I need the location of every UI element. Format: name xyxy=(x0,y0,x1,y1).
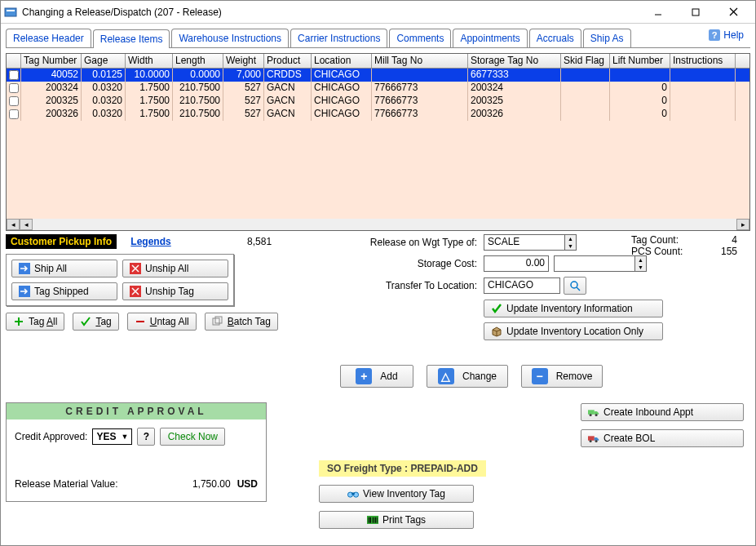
check-icon xyxy=(80,316,91,327)
minimize-button[interactable] xyxy=(639,1,677,24)
table-row[interactable]: 400520.012510.00000.00007,000CRDDSCHICAG… xyxy=(7,69,749,82)
tab-ship-as[interactable]: Ship As xyxy=(583,29,631,47)
col-width[interactable]: Width xyxy=(126,54,173,68)
credit-approved-select[interactable]: YES ▼ xyxy=(92,428,132,445)
unship-icon xyxy=(130,263,141,274)
transfer-row: Transfer To Location: CHICAGO xyxy=(345,277,750,295)
svg-rect-3 xyxy=(692,9,699,16)
row-checkbox[interactable] xyxy=(7,69,21,82)
row-checkbox[interactable] xyxy=(7,95,21,108)
unship-all-button[interactable]: Unship All xyxy=(122,260,228,277)
right-lower-buttons: Create Inbound Appt Create BOL xyxy=(581,403,744,447)
check-now-button[interactable]: Check Now xyxy=(160,428,225,446)
tab-appointments[interactable]: Appointments xyxy=(453,29,527,47)
col-location[interactable]: Location xyxy=(312,54,372,68)
cell-weight: 527 xyxy=(223,82,264,95)
row-checkbox[interactable] xyxy=(7,108,21,121)
credit-help-button[interactable]: ? xyxy=(137,428,155,446)
items-grid[interactable]: Tag Number Gage Width Length Weight Prod… xyxy=(6,53,750,231)
grid-header: Tag Number Gage Width Length Weight Prod… xyxy=(7,54,749,69)
col-weight[interactable]: Weight xyxy=(223,54,264,68)
help-link[interactable]: ? Help xyxy=(709,29,744,41)
tag-button[interactable]: Tag xyxy=(73,313,118,331)
col-tag-number[interactable]: Tag Number xyxy=(21,54,82,68)
button-label: ? xyxy=(144,431,149,442)
credit-approval-panel: CREDIT APPROVAL Credit Approved: YES ▼ ?… xyxy=(6,402,267,502)
scroll-right-button[interactable]: ▸ xyxy=(736,219,749,230)
button-label: Create BOL xyxy=(603,433,655,444)
tab-comments[interactable]: Comments xyxy=(389,29,451,47)
tab-release-items[interactable]: Release Items xyxy=(93,29,170,48)
pcs-count-label: PCS Count: xyxy=(631,246,683,257)
transfer-lookup-button[interactable] xyxy=(564,277,586,295)
table-row[interactable]: 2003240.03201.7500210.7500527GACNCHICAGO… xyxy=(7,82,749,95)
view-inventory-tag-button[interactable]: View Inventory Tag xyxy=(319,485,474,503)
scroll-left-button-2[interactable]: ◂ xyxy=(20,219,33,230)
col-storage-tag[interactable]: Storage Tag No xyxy=(468,54,561,68)
close-button[interactable] xyxy=(714,1,752,24)
create-bol-button[interactable]: Create BOL xyxy=(581,429,744,447)
col-skid-flag[interactable]: Skid Flag xyxy=(561,54,610,68)
button-label: Tag xyxy=(95,316,111,327)
batch-tag-button[interactable]: Batch Tag xyxy=(205,313,278,331)
col-mill-tag[interactable]: Mill Tag No xyxy=(372,54,468,68)
cell-gage: 0.0320 xyxy=(82,95,126,108)
ship-all-button[interactable]: Ship All xyxy=(11,260,117,277)
input-value: CHICAGO xyxy=(488,279,533,291)
tab-warehouse-instructions[interactable]: Warehouse Instructions xyxy=(171,29,289,47)
col-checkbox[interactable] xyxy=(7,54,21,68)
tab-accruals[interactable]: Accruals xyxy=(529,29,581,47)
remove-button[interactable]: − Remove xyxy=(521,365,603,388)
credit-header: CREDIT APPROVAL xyxy=(7,403,266,419)
change-button[interactable]: △ Change xyxy=(427,365,508,388)
tag-all-button[interactable]: Tag All xyxy=(6,313,64,331)
tab-release-header[interactable]: Release Header xyxy=(6,29,91,47)
svg-point-21 xyxy=(595,440,598,442)
wgt-type-input[interactable]: SCALE xyxy=(484,234,565,251)
tab-carrier-instructions[interactable]: Carrier Instructions xyxy=(290,29,387,47)
scroll-track[interactable] xyxy=(33,219,736,230)
grid-scrollbar[interactable]: ◂ ◂ ▸ xyxy=(7,219,749,230)
table-row[interactable]: 2003260.03201.7500210.7500527GACNCHICAGO… xyxy=(7,108,749,121)
col-length[interactable]: Length xyxy=(173,54,223,68)
untag-all-button[interactable]: Untag All xyxy=(127,313,197,331)
svg-text:?: ? xyxy=(712,30,718,40)
storage-cost-input[interactable]: 0.00 xyxy=(484,255,549,272)
tab-label: Accruals xyxy=(537,33,574,44)
cell-mill xyxy=(372,69,468,82)
cell-skid xyxy=(561,82,610,95)
create-inbound-appt-button[interactable]: Create Inbound Appt xyxy=(581,403,744,421)
add-button[interactable]: + Add xyxy=(340,365,413,388)
row-checkbox[interactable] xyxy=(7,82,21,95)
cell-lift: 0 xyxy=(610,108,670,121)
tag-shipped-button[interactable]: Tag Shipped xyxy=(11,282,117,300)
storage-cost-input-2[interactable] xyxy=(554,255,635,272)
wgt-type-spinner[interactable]: ▲▼ xyxy=(565,234,577,251)
cell-width: 1.7500 xyxy=(126,82,173,95)
print-tags-button[interactable]: Print Tags xyxy=(319,511,474,529)
release-material-currency: USD xyxy=(237,478,258,490)
transfer-input[interactable]: CHICAGO xyxy=(484,277,560,294)
col-lift-number[interactable]: Lift Number xyxy=(610,54,670,68)
update-inventory-button[interactable]: Update Inventory Information xyxy=(484,300,663,317)
ship-icon xyxy=(19,286,30,297)
cell-lift xyxy=(610,69,670,82)
col-instructions[interactable]: Instructions xyxy=(670,54,736,68)
cell-mill: 77666773 xyxy=(372,95,468,108)
maximize-button[interactable] xyxy=(677,1,714,24)
minus-icon xyxy=(135,316,146,327)
customer-pickup-info-badge[interactable]: Customer Pickup Info xyxy=(6,234,117,249)
batch-icon xyxy=(212,316,223,327)
tab-label: Release Header xyxy=(13,33,84,44)
cell-product: CRDDS xyxy=(264,69,312,82)
storage-cost-spinner[interactable]: ▲▼ xyxy=(635,255,647,272)
update-location-button[interactable]: Update Inventory Location Only xyxy=(484,322,663,340)
table-row[interactable]: 2003250.03201.7500210.7500527GACNCHICAGO… xyxy=(7,95,749,108)
input-value: SCALE xyxy=(488,236,519,247)
left-column: Customer Pickup Info Legends 8,581 Ship … xyxy=(6,234,340,340)
scroll-left-button[interactable]: ◂ xyxy=(7,219,20,230)
col-product[interactable]: Product xyxy=(264,54,312,68)
legends-link[interactable]: Legends xyxy=(130,236,170,247)
unship-tag-button[interactable]: Unship Tag xyxy=(122,282,228,300)
col-gage[interactable]: Gage xyxy=(82,54,126,68)
